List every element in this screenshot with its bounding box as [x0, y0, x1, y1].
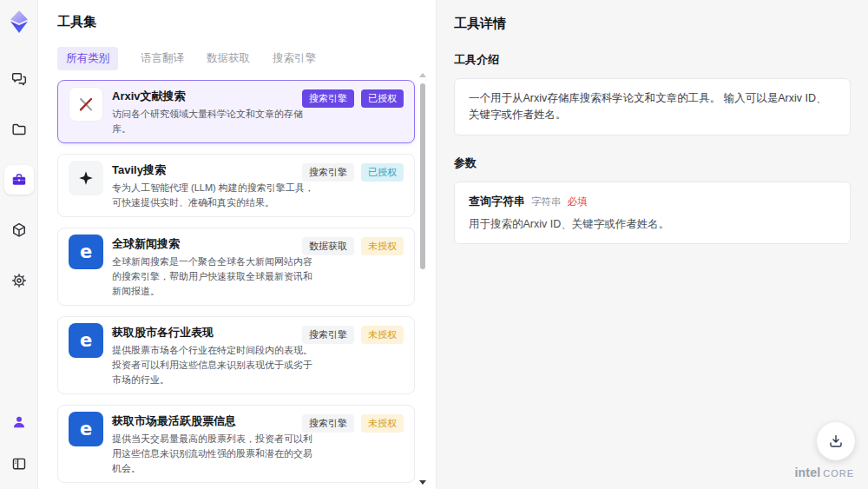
tab-2[interactable]: 数据获取: [207, 51, 250, 66]
chat-icon: [10, 70, 28, 88]
intro-text: 一个用于从Arxiv存储库搜索科学论文和文章的工具。 输入可以是Arxiv ID…: [469, 90, 836, 123]
tool-card[interactable]: e获取市场最活跃股票信息提供当天交易量最高的股票列表，投资者可以利用这些信息来识…: [57, 405, 415, 483]
category-badge: 数据获取: [302, 237, 354, 255]
intel-core-logo: intel CORE: [794, 466, 854, 479]
download-icon: [827, 433, 845, 450]
scrollbar-thumb[interactable]: [420, 83, 425, 269]
tool-title: 获取市场最活跃股票信息: [112, 413, 320, 429]
brand-core: CORE: [823, 468, 854, 479]
tool-desc: 专为人工智能代理 (LLM) 构建的搜索引擎工具，可快速提供实时、准确和真实的结…: [112, 181, 320, 210]
tab-all-categories[interactable]: 所有类别: [57, 47, 118, 70]
tool-card[interactable]: e获取股市各行业表现提供股票市场各个行业在特定时间段内的表现。投资者可以利用这些…: [57, 316, 415, 394]
category-badge: 搜索引擎: [302, 326, 354, 344]
news-e-icon: e: [69, 323, 103, 358]
param-type: 字符串: [531, 195, 562, 208]
tool-title: Arxiv文献搜索: [112, 88, 320, 104]
sidebar-item-account[interactable]: [4, 407, 34, 437]
sidebar-bottom: [4, 407, 34, 479]
brand-intel: intel: [794, 466, 820, 479]
cube-icon: [10, 221, 28, 239]
status-badge: 已授权: [361, 89, 404, 108]
tool-card[interactable]: e全球新闻搜索全球新闻搜索是一个聚合全球各大新闻网站内容的搜索引擎，帮助用户快速…: [57, 228, 415, 306]
detail-title: 工具详情: [454, 16, 851, 32]
tool-list: Arxiv文献搜索访问各个研究领域大量科学论文和文章的存储库。搜索引擎已授权 T…: [57, 80, 436, 488]
scroll-up-arrow[interactable]: [419, 73, 426, 77]
intro-heading: 工具介绍: [454, 52, 851, 68]
sidebar-item-tools[interactable]: [4, 165, 34, 195]
intro-box: 一个用于从Arxiv存储库搜索科学论文和文章的工具。 输入可以是Arxiv ID…: [454, 78, 851, 135]
news-e-icon: e: [69, 412, 103, 446]
category-badge: 搜索引擎: [302, 414, 354, 433]
tab-1[interactable]: 语言翻译: [141, 51, 184, 66]
param-name: 查询字符串: [469, 194, 525, 209]
news-e-icon: e: [69, 235, 103, 269]
param-desc: 用于搜索的Arxiv ID、关键字或作者姓名。: [469, 217, 836, 232]
app-window: 工具集 所有类别语言翻译数据获取搜索引擎 Arxiv文献搜索访问各个研究领域大量…: [0, 0, 868, 489]
category-badge: 搜索引擎: [302, 163, 354, 182]
tool-desc: 提供股票市场各个行业在特定时间段内的表现。投资者可以利用这些信息来识别表现优于或…: [112, 343, 320, 387]
tool-card[interactable]: Tavily搜索专为人工智能代理 (LLM) 构建的搜索引擎工具，可快速提供实时…: [57, 154, 415, 217]
status-badge: 未授权: [361, 414, 404, 433]
sidebar-item-plugins[interactable]: [4, 215, 34, 245]
panel-toggle-icon: [10, 455, 28, 472]
tavily-star-icon: [69, 161, 103, 195]
tool-title: 全球新闻搜索: [112, 235, 320, 252]
category-tabs: 所有类别语言翻译数据获取搜索引擎: [57, 48, 436, 69]
tool-title: Tavily搜索: [112, 162, 320, 178]
status-badge: 未授权: [361, 237, 404, 255]
page-title: 工具集: [57, 14, 436, 30]
download-button[interactable]: [817, 422, 855, 460]
param-header: 查询字符串 字符串 必填: [469, 194, 836, 209]
sidebar-item-collapse[interactable]: [4, 449, 34, 479]
sidebar-item-chat[interactable]: [4, 64, 34, 94]
status-badge: 已授权: [361, 163, 404, 182]
tool-detail-panel: 工具详情 工具介绍 一个用于从Arxiv存储库搜索科学论文和文章的工具。 输入可…: [437, 0, 868, 489]
sidebar-rail: [0, 0, 38, 489]
app-logo[interactable]: [6, 9, 32, 35]
sidebar-item-files[interactable]: [4, 115, 34, 144]
arxiv-icon: [69, 87, 103, 122]
folder-icon: [10, 121, 28, 138]
sidebar-nav: [4, 64, 34, 295]
sidebar-item-settings[interactable]: [4, 266, 34, 295]
scroll-down-arrow[interactable]: [419, 480, 426, 485]
param-required-flag: 必填: [568, 195, 588, 208]
tool-list-panel: 工具集 所有类别语言翻译数据获取搜索引擎 Arxiv文献搜索访问各个研究领域大量…: [38, 0, 437, 489]
tool-desc: 提供当天交易量最高的股票列表，投资者可以利用这些信息来识别流动性强的股票和潜在的…: [112, 432, 320, 476]
tool-desc: 访问各个研究领域大量科学论文和文章的存储库。: [112, 107, 320, 136]
user-icon: [10, 413, 28, 431]
tool-card[interactable]: Arxiv文献搜索访问各个研究领域大量科学论文和文章的存储库。搜索引擎已授权: [57, 80, 415, 143]
param-box: 查询字符串 字符串 必填 用于搜索的Arxiv ID、关键字或作者姓名。: [454, 182, 851, 244]
status-badge: 未授权: [361, 326, 404, 344]
briefcase-icon: [10, 171, 28, 188]
category-badge: 搜索引擎: [302, 89, 354, 108]
list-scrollbar[interactable]: [420, 80, 425, 484]
gear-icon: [10, 272, 28, 289]
tool-title: 获取股市各行业表现: [112, 324, 320, 340]
params-heading: 参数: [454, 155, 851, 171]
tab-3[interactable]: 搜索引擎: [273, 51, 316, 66]
tool-desc: 全球新闻搜索是一个聚合全球各大新闻网站内容的搜索引擎，帮助用户快速获取全球最新资…: [112, 254, 320, 299]
